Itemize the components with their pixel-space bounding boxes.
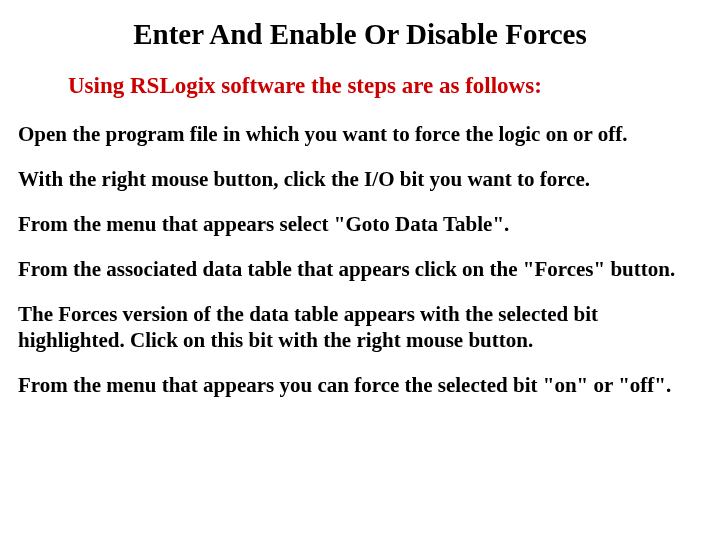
page-title: Enter And Enable Or Disable Forces: [18, 18, 702, 51]
step-item: With the right mouse button, click the I…: [18, 166, 702, 193]
step-item: From the associated data table that appe…: [18, 256, 702, 283]
step-item: From the menu that appears you can force…: [18, 372, 702, 399]
step-item: From the menu that appears select "Goto …: [18, 211, 702, 238]
subtitle: Using RSLogix software the steps are as …: [18, 73, 702, 99]
step-item: The Forces version of the data table app…: [18, 301, 702, 355]
slide-content: Enter And Enable Or Disable Forces Using…: [0, 0, 720, 437]
step-item: Open the program file in which you want …: [18, 121, 702, 148]
